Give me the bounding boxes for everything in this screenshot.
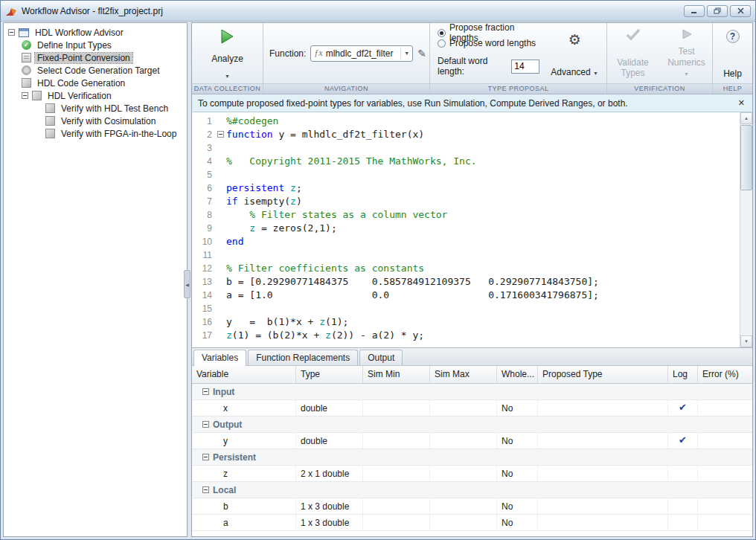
group-expander-icon[interactable]: [202, 486, 209, 493]
variable-row-y[interactable]: ydoubleNo✔: [192, 433, 752, 449]
log-check-icon[interactable]: ✔: [668, 433, 698, 449]
code-text: if isempty(z): [226, 195, 302, 208]
fold-column: [216, 208, 226, 222]
tab-function-replacements[interactable]: Function Replacements: [248, 350, 358, 365]
analyze-button[interactable]: Analyze ▼: [206, 25, 249, 83]
section-label-verification: VERIFICATION: [607, 83, 712, 94]
combo-dropdown-arrow-icon[interactable]: ▼: [400, 48, 409, 59]
cell-log[interactable]: [668, 466, 698, 481]
scroll-down-icon[interactable]: ▼: [740, 335, 752, 347]
log-check-icon[interactable]: ✔: [668, 400, 698, 416]
scroll-up-icon[interactable]: ▲: [740, 112, 752, 124]
group-row-output[interactable]: Output: [192, 417, 752, 433]
code-line-13: 13b = [0.29290771484375 0.58578491210937…: [192, 275, 740, 289]
tree-item-fixed-point-conversion[interactable]: Fixed-Point Conversion: [4, 51, 187, 64]
analyze-play-icon: [219, 28, 235, 45]
tab-variables[interactable]: Variables: [193, 350, 246, 366]
cell-sim-min: [363, 498, 430, 514]
column-header-proposed-type[interactable]: Proposed Type: [538, 366, 668, 383]
group-row-local[interactable]: Local: [192, 482, 752, 498]
line-number: 8: [192, 208, 216, 222]
advanced-button[interactable]: ⚙ Advanced ▼: [545, 28, 603, 81]
editor-scrollbar[interactable]: ▲ ▼: [740, 112, 752, 347]
test-numerics-button[interactable]: Test Numerics ▼: [662, 25, 712, 83]
minimize-button[interactable]: [684, 5, 705, 17]
line-number: 15: [192, 302, 216, 315]
code-line-6: 6persistent z;: [192, 181, 740, 195]
tree-item-label: Verify with FPGA-in-the-Loop: [59, 129, 179, 139]
code-text: z(1) = (b(2)*x + z(2)) - a(2) * y;: [226, 329, 424, 342]
advanced-label: Advanced: [551, 67, 590, 77]
radio-button-icon[interactable]: [438, 29, 446, 37]
radio-propose-fraction-lengths[interactable]: Propose fraction lengths: [438, 28, 539, 38]
help-button[interactable]: ? Help: [718, 25, 747, 83]
cell-sim-min: [363, 515, 430, 530]
column-header-whole[interactable]: Whole...: [497, 366, 538, 383]
group-row-persistent[interactable]: Persistent: [192, 449, 752, 466]
column-header-type[interactable]: Type: [296, 366, 363, 383]
tree-expander-icon[interactable]: [22, 92, 28, 99]
group-expander-icon[interactable]: [202, 421, 209, 428]
analyze-dropdown-arrow-icon[interactable]: ▼: [225, 74, 230, 79]
fold-column: [216, 222, 226, 235]
variable-row-b[interactable]: b1 x 3 doubleNo: [192, 498, 752, 515]
column-header-log[interactable]: Log: [668, 366, 698, 383]
tab-output[interactable]: Output: [359, 350, 403, 365]
radio-button-icon[interactable]: [438, 39, 446, 48]
workflow-advisor-window: Workflow Advisor - flt2fix_project.prj H…: [0, 0, 756, 540]
tree-collapse-handle[interactable]: ◀: [184, 270, 190, 298]
code-line-12: 12% Filter coefficients as constants: [192, 262, 740, 275]
tree-item-select-code-generation-target[interactable]: Select Code Generation Target: [4, 64, 187, 77]
fold-column: [216, 235, 226, 248]
cell-variable: z: [192, 466, 296, 481]
section-verification: Validate Types Test Numerics ▼ VERIFICAT…: [607, 23, 713, 94]
section-label-navigation: NAVIGATION: [263, 83, 429, 94]
code-text: function y = mlhdlc_df2t_filter(x): [226, 128, 424, 141]
help-icon: ?: [726, 30, 740, 43]
advanced-dropdown-arrow-icon[interactable]: ▼: [593, 71, 598, 76]
tree-item-hdl-verification[interactable]: HDL Verification: [4, 89, 187, 102]
tree-item-label: HDL Verification: [45, 91, 114, 101]
column-header-sim-min[interactable]: Sim Min: [363, 366, 430, 383]
tree-item-verify-with-hdl-test-bench[interactable]: Verify with HDL Test Bench: [4, 102, 187, 115]
code-editor[interactable]: 1%#codegen2function y = mlhdlc_df2t_filt…: [192, 112, 752, 347]
tree-item-hdl-workflow-advisor[interactable]: HDL Workflow Advisor: [4, 26, 187, 39]
infobar-close-icon[interactable]: ✕: [737, 98, 746, 108]
cell-sim-max: [430, 433, 497, 449]
tree-item-verify-with-fpga-in-the-loop[interactable]: Verify with FPGA-in-the-Loop: [4, 127, 187, 140]
edit-function-icon[interactable]: ✎: [417, 48, 426, 60]
tree-expander-icon[interactable]: [8, 29, 15, 36]
code-fold-icon[interactable]: [217, 131, 224, 138]
line-number: 2: [192, 128, 216, 141]
variable-row-x[interactable]: xdoubleNo✔: [192, 400, 752, 417]
group-expander-icon[interactable]: [202, 454, 209, 460]
variable-row-a[interactable]: a1 x 3 doubleNo: [192, 515, 752, 531]
column-header-error[interactable]: Error (%): [698, 366, 755, 383]
column-header-sim-max[interactable]: Sim Max: [430, 366, 497, 383]
function-combobox[interactable]: ƒx mlhdlc_df2t_filter ▼: [310, 45, 413, 62]
function-value: mlhdlc_df2t_filter: [326, 48, 401, 59]
scrollbar-thumb[interactable]: [740, 125, 752, 190]
radio-propose-word-lengths[interactable]: Propose word lengths: [438, 38, 539, 48]
code-text: b = [0.29290771484375 0.585784912109375 …: [226, 275, 599, 289]
variable-row-z[interactable]: z2 x 1 doubleNo: [192, 466, 752, 482]
code-text: a = [1.0 0.0 0.171600341796875];: [226, 289, 599, 302]
step-icon: [45, 103, 55, 113]
word-length-input[interactable]: [511, 60, 539, 74]
test-dropdown-arrow-icon[interactable]: ▼: [684, 71, 689, 77]
column-header-variable[interactable]: Variable: [192, 366, 296, 383]
tree-item-hdl-code-generation[interactable]: HDL Code Generation: [4, 77, 187, 89]
close-button[interactable]: [730, 5, 751, 17]
group-row-input[interactable]: Input: [192, 384, 752, 400]
validate-types-button[interactable]: Validate Types: [608, 25, 659, 83]
tree-item-label: HDL Workflow Advisor: [33, 28, 126, 38]
step-pending-icon: [22, 65, 31, 75]
tree-item-verify-with-cosimulation[interactable]: Verify with Cosimulation: [4, 115, 187, 127]
group-expander-icon[interactable]: [202, 388, 209, 395]
restore-button[interactable]: [707, 5, 728, 17]
tree-item-define-input-types[interactable]: ✓Define Input Types: [4, 39, 187, 51]
cell-error: [698, 498, 752, 514]
fold-column: [216, 315, 226, 329]
cell-log[interactable]: [668, 515, 698, 530]
cell-log[interactable]: [668, 498, 698, 514]
